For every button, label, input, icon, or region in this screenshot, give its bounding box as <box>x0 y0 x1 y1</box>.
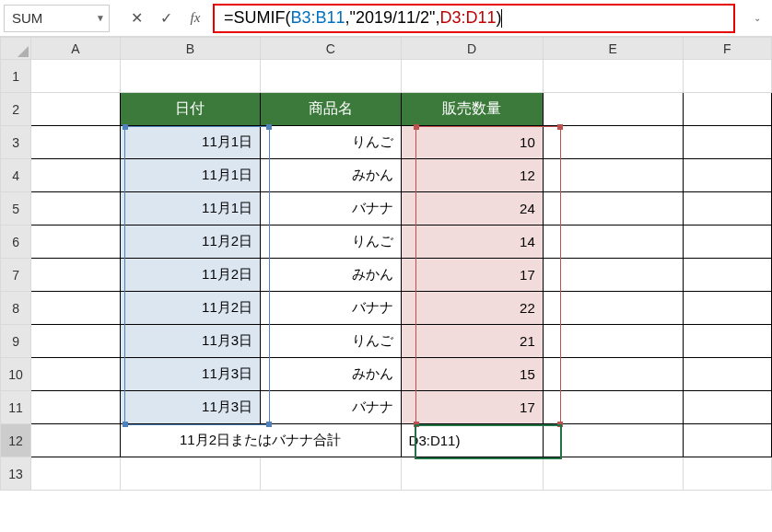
cell[interactable] <box>543 358 683 391</box>
cell-qty[interactable]: 22 <box>401 292 543 325</box>
cell[interactable] <box>31 226 120 259</box>
cell[interactable] <box>683 192 771 226</box>
cell[interactable] <box>683 126 771 159</box>
row-header[interactable]: 6 <box>1 226 31 259</box>
name-box[interactable]: SUM ▼ <box>4 5 110 32</box>
row-header[interactable]: 3 <box>1 126 31 159</box>
col-header-b[interactable]: B <box>120 38 261 60</box>
cell[interactable] <box>683 93 771 126</box>
cell[interactable] <box>31 391 120 424</box>
cell-item[interactable]: りんご <box>261 325 401 358</box>
row-header[interactable]: 10 <box>1 358 31 391</box>
cell-qty[interactable]: 15 <box>401 358 543 391</box>
cell[interactable] <box>543 126 683 159</box>
row-header[interactable]: 7 <box>1 259 31 292</box>
cell[interactable] <box>261 457 401 491</box>
cell[interactable] <box>31 192 120 226</box>
col-header-d[interactable]: D <box>401 38 543 60</box>
total-label-cell[interactable]: 11月2日またはバナナ合計 <box>120 424 401 457</box>
cell[interactable] <box>543 325 683 358</box>
row-header[interactable]: 1 <box>1 60 31 93</box>
cell-item[interactable]: りんご <box>261 126 401 159</box>
row-header[interactable]: 4 <box>1 159 31 192</box>
row-header[interactable]: 8 <box>1 292 31 325</box>
cell-date[interactable]: 11月2日 <box>120 292 261 325</box>
cell-item[interactable]: りんご <box>261 226 401 259</box>
row-header[interactable]: 11 <box>1 391 31 424</box>
row-header-active[interactable]: 12 <box>1 424 31 457</box>
cell[interactable] <box>261 60 401 93</box>
formula-input[interactable]: =SUMIF(B3:B11,"2019/11/2",D3:D11) ⌄ <box>213 4 735 33</box>
cell[interactable] <box>543 292 683 325</box>
cell-item[interactable]: バナナ <box>261 391 401 424</box>
col-header-c[interactable]: C <box>261 38 401 60</box>
cell[interactable] <box>401 60 543 93</box>
row-header[interactable]: 5 <box>1 192 31 226</box>
cell-date[interactable]: 11月3日 <box>120 391 261 424</box>
cell[interactable] <box>31 292 120 325</box>
cancel-icon[interactable]: ✕ <box>128 10 145 27</box>
cell[interactable] <box>401 457 543 491</box>
cell[interactable] <box>683 292 771 325</box>
col-header-f[interactable]: F <box>683 38 771 60</box>
cell[interactable] <box>31 358 120 391</box>
cell-item[interactable]: バナナ <box>261 292 401 325</box>
cell[interactable] <box>543 259 683 292</box>
cell[interactable] <box>683 457 771 491</box>
cell[interactable] <box>543 391 683 424</box>
cell[interactable] <box>31 126 120 159</box>
table-header-item[interactable]: 商品名 <box>261 93 401 126</box>
row-header[interactable]: 9 <box>1 325 31 358</box>
cell[interactable] <box>543 424 683 457</box>
cell-qty[interactable]: 10 <box>401 126 543 159</box>
cell[interactable] <box>31 93 120 126</box>
cell[interactable] <box>31 60 120 93</box>
enter-icon[interactable]: ✓ <box>158 10 174 27</box>
cell[interactable] <box>543 226 683 259</box>
cell-item[interactable]: バナナ <box>261 192 401 226</box>
cell-item[interactable]: みかん <box>261 259 401 292</box>
cell[interactable] <box>120 60 261 93</box>
col-header-e[interactable]: E <box>543 38 683 60</box>
cell-item[interactable]: みかん <box>261 358 401 391</box>
cell[interactable] <box>543 457 683 491</box>
cell-qty[interactable]: 12 <box>401 159 543 192</box>
cell[interactable] <box>683 325 771 358</box>
table-header-date[interactable]: 日付 <box>120 93 261 126</box>
cell-date[interactable]: 11月1日 <box>120 192 261 226</box>
cell[interactable] <box>543 93 683 126</box>
cell-date[interactable]: 11月1日 <box>120 159 261 192</box>
table-header-qty[interactable]: 販売数量 <box>401 93 543 126</box>
cell[interactable] <box>683 424 771 457</box>
cell-date[interactable]: 11月1日 <box>120 126 261 159</box>
cell-item[interactable]: みかん <box>261 159 401 192</box>
cell[interactable] <box>31 325 120 358</box>
cell[interactable] <box>683 358 771 391</box>
cell-date[interactable]: 11月2日 <box>120 259 261 292</box>
cell[interactable] <box>683 226 771 259</box>
select-all-corner[interactable] <box>1 38 31 60</box>
chevron-down-icon[interactable]: ▼ <box>96 13 105 23</box>
active-editing-cell[interactable]: D3:D11) <box>401 424 543 457</box>
cell[interactable] <box>31 424 120 457</box>
cell-qty[interactable]: 24 <box>401 192 543 226</box>
cell-date[interactable]: 11月3日 <box>120 358 261 391</box>
cell[interactable] <box>31 259 120 292</box>
cell-date[interactable]: 11月3日 <box>120 325 261 358</box>
cell[interactable] <box>683 391 771 424</box>
cell[interactable] <box>683 60 771 93</box>
cell[interactable] <box>683 259 771 292</box>
fx-icon[interactable]: fx <box>187 10 204 27</box>
cell-date[interactable]: 11月2日 <box>120 226 261 259</box>
cell[interactable] <box>543 192 683 226</box>
cell-qty[interactable]: 17 <box>401 391 543 424</box>
row-header[interactable]: 2 <box>1 93 31 126</box>
cell[interactable] <box>120 457 261 491</box>
cell[interactable] <box>683 159 771 192</box>
cell[interactable] <box>31 159 120 192</box>
spreadsheet-grid[interactable]: A B C D E F 1 2 日付 商品名 販売数量 3 11月1日 りんご … <box>0 37 772 491</box>
cell-qty[interactable]: 21 <box>401 325 543 358</box>
cell[interactable] <box>31 457 120 491</box>
cell[interactable] <box>543 159 683 192</box>
cell-qty[interactable]: 14 <box>401 226 543 259</box>
